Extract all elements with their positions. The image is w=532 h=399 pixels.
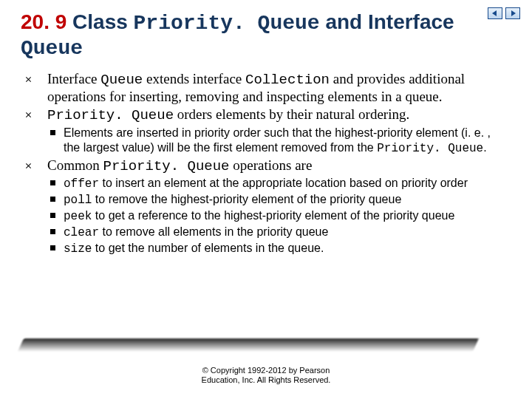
title-code-1: Priority. Queue — [134, 12, 320, 35]
bullet-list: Interface Queue extends interface Collec… — [21, 71, 511, 256]
prev-button[interactable] — [488, 7, 502, 19]
text: . — [483, 141, 486, 154]
list-item: Priority. Queue orders elements by their… — [40, 106, 507, 155]
code: Priority. Queue — [377, 142, 483, 155]
slide: 20. 9 Class Priority. Queue and Interfac… — [0, 0, 532, 399]
text: orders elements by their natural orderin… — [174, 106, 409, 122]
svg-marker-0 — [492, 10, 497, 16]
nav-controls — [488, 7, 520, 19]
list-item: Elements are inserted in priority order … — [50, 126, 507, 156]
text: to get the number of elements in the que… — [92, 242, 324, 254]
text: extends interface — [143, 71, 245, 86]
slide-title: 20. 9 Class Priority. Queue and Interfac… — [21, 10, 511, 61]
text: Common — [47, 157, 103, 173]
list-item: Common Priority. Queue operations are of… — [40, 157, 507, 256]
arrow-right-icon — [509, 10, 516, 17]
list-item: Interface Queue extends interface Collec… — [40, 71, 507, 105]
text: Interface — [47, 71, 100, 86]
text: operations are — [230, 157, 313, 173]
code: Priority. Queue — [103, 158, 229, 174]
copyright-line1: © Copyright 1992-2012 by Pearson — [202, 366, 330, 375]
code: Queue — [100, 72, 143, 88]
code: Priority. Queue — [47, 107, 174, 123]
svg-marker-1 — [511, 10, 516, 16]
section-number: 20. 9 — [21, 10, 66, 33]
text: to get a reference to the highest-priori… — [92, 209, 454, 222]
code: poll — [64, 194, 92, 207]
copyright: © Copyright 1992-2012 by Pearson Educati… — [0, 366, 532, 386]
code: Collection — [245, 72, 330, 88]
text: to remove all elements in the priority q… — [99, 225, 328, 238]
sub-list: Elements are inserted in priority order … — [47, 126, 507, 156]
text: to remove the highest-priority element o… — [92, 193, 401, 205]
arrow-left-icon — [491, 10, 499, 17]
text: to insert an element at the appropriate … — [99, 177, 468, 189]
list-item: poll to remove the highest-priority elem… — [50, 192, 507, 208]
list-item: offer to insert an element at the approp… — [50, 176, 507, 191]
code: offer — [64, 177, 99, 191]
slide-body: Interface Queue extends interface Collec… — [21, 71, 511, 256]
list-item: size to get the number of elements in th… — [50, 241, 507, 256]
next-button[interactable] — [505, 7, 520, 19]
list-item: clear to remove all elements in the prio… — [50, 225, 507, 240]
copyright-line2: Education, Inc. All Rights Reserved. — [202, 375, 331, 384]
code: peek — [64, 210, 92, 223]
title-text-1: Class — [66, 10, 133, 33]
code: clear — [64, 226, 99, 239]
title-code-2: Queue — [21, 37, 83, 60]
shadow-decoration — [18, 338, 479, 352]
sub-list: offer to insert an element at the approp… — [47, 176, 507, 256]
title-text-2: and Interface — [320, 10, 454, 33]
list-item: peek to get a reference to the highest-p… — [50, 208, 507, 224]
code: size — [64, 242, 92, 256]
